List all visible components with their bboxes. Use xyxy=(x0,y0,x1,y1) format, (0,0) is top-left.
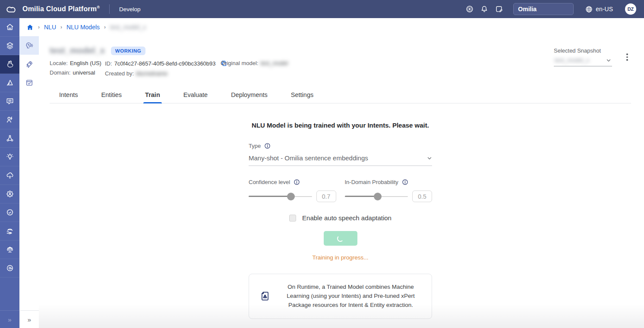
sidebar-item-ideas[interactable] xyxy=(0,148,19,166)
confidence-field: Confidence level xyxy=(249,179,336,202)
tenant-select[interactable]: Omilia xyxy=(513,3,574,15)
sidebar-item-support[interactable] xyxy=(0,259,19,278)
status-badge: WORKING xyxy=(111,47,145,55)
original-model-label: Original model: xyxy=(221,60,258,66)
cloud-sync-icon xyxy=(6,171,14,180)
in-domain-slider[interactable] xyxy=(345,193,408,200)
breadcrumb-link-nlu-models[interactable]: NLU Models xyxy=(66,24,100,31)
sidebar-item-services[interactable] xyxy=(0,222,19,241)
subnav-item-deploy[interactable] xyxy=(19,55,39,73)
sidebar-collapse-button[interactable]: » xyxy=(0,310,19,328)
subnav-item-nlu-models[interactable] xyxy=(19,36,39,55)
target-icon xyxy=(6,264,14,272)
breadcrumb: › NLU › NLU Models › test_model_x xyxy=(19,18,644,36)
top-navbar: Omilia Cloud Platform® Develop Omilia xyxy=(0,0,644,18)
main-content: test_model_x WORKING Locale:English (US)… xyxy=(39,36,644,328)
feedback-button[interactable] xyxy=(492,2,506,16)
breadcrumb-link-nlu[interactable]: NLU xyxy=(44,24,56,31)
nav-divider xyxy=(109,4,110,14)
scales-icon xyxy=(6,245,14,254)
confidence-value-input[interactable] xyxy=(316,191,336,202)
brand-title: Omilia Cloud Platform® xyxy=(22,5,100,13)
tab-settings[interactable]: Settings xyxy=(286,88,319,103)
primary-sidebar: » xyxy=(0,18,19,328)
confidence-slider[interactable] xyxy=(249,193,312,200)
snapshot-field: Selected Snapshot test_model_x xyxy=(554,47,612,77)
cloud-logo-icon xyxy=(5,4,18,14)
auto-speech-label: Enable auto speech adaptation xyxy=(302,214,391,222)
avatar-initials: DZ xyxy=(628,6,634,12)
agent-flash-icon xyxy=(6,116,14,124)
breadcrumb-current: test_model_x xyxy=(110,24,146,31)
slider-thumb[interactable] xyxy=(374,193,382,200)
nlu-model-icon xyxy=(25,41,34,50)
auto-speech-checkbox[interactable] xyxy=(289,215,296,222)
sidebar-item-annotate[interactable] xyxy=(0,74,19,92)
layers-icon xyxy=(6,41,14,50)
sidebar-item-dialogs[interactable] xyxy=(0,92,19,111)
chevron-down-icon xyxy=(606,58,611,63)
train-button[interactable] xyxy=(324,231,357,246)
tab-evaluate[interactable]: Evaluate xyxy=(178,88,213,103)
sidebar-item-certified[interactable] xyxy=(0,203,19,222)
secondary-sidebar: » xyxy=(19,36,39,328)
sidebar-item-cloud-services[interactable] xyxy=(0,166,19,185)
notifications-button[interactable] xyxy=(477,2,492,16)
sidebar-item-home[interactable] xyxy=(0,18,19,37)
info-icon[interactable] xyxy=(294,179,300,185)
locale-label: en-US xyxy=(596,6,613,12)
tenant-select-value: Omilia xyxy=(518,6,537,12)
type-select-value: Many-shot - Omilia sentence embeddings xyxy=(249,154,368,162)
snapshot-select[interactable]: test_model_x xyxy=(554,54,612,66)
type-field: Type Many-shot - Omilia sentence embeddi… xyxy=(249,143,432,166)
slider-thumb[interactable] xyxy=(287,193,295,200)
snapshot-value: test_model_x xyxy=(555,57,589,63)
subnav-item-tasks[interactable] xyxy=(19,73,39,92)
tab-entities[interactable]: Entities xyxy=(96,88,127,103)
rocket-icon xyxy=(25,60,34,69)
train-panel: NLU Model is being trained with your Int… xyxy=(249,103,432,319)
in-domain-label: In-Domain Probability xyxy=(345,179,398,185)
spinner-icon xyxy=(337,235,344,242)
in-domain-value-input[interactable] xyxy=(412,191,432,202)
more-actions-button[interactable] xyxy=(623,47,631,77)
breadcrumb-separator: › xyxy=(38,24,40,30)
tab-deployments[interactable]: Deployments xyxy=(226,88,273,103)
info-icon[interactable] xyxy=(402,179,408,185)
breadcrumb-home[interactable] xyxy=(26,24,34,31)
nlu-icon xyxy=(6,60,14,69)
feedback-icon xyxy=(495,5,503,13)
sidebar-item-layers[interactable] xyxy=(0,37,19,55)
locale-label: Locale: xyxy=(50,60,68,66)
home-icon xyxy=(26,24,34,31)
idea-icon xyxy=(6,153,14,161)
created-by-label: Created by: xyxy=(105,70,134,77)
collapse-icon: » xyxy=(8,316,11,323)
locale-selector[interactable]: en-US xyxy=(585,5,613,13)
gear-user-icon xyxy=(6,190,14,198)
type-select[interactable]: Many-shot - Omilia sentence embeddings xyxy=(249,154,432,166)
training-message: NLU Model is being trained with your Int… xyxy=(249,122,432,129)
info-icon[interactable] xyxy=(264,143,271,149)
avatar[interactable]: DZ xyxy=(625,3,636,15)
tab-intents[interactable]: Intents xyxy=(54,88,83,103)
home-icon xyxy=(6,23,14,31)
dialog-icon xyxy=(6,97,14,106)
breadcrumb-separator: › xyxy=(60,24,62,30)
model-header: test_model_x WORKING Locale:English (US)… xyxy=(50,46,288,77)
badge-check-icon xyxy=(6,208,14,217)
locale-value: English (US) xyxy=(70,60,101,66)
helm-button[interactable] xyxy=(462,2,477,16)
sidebar-item-nlu[interactable] xyxy=(0,55,19,74)
in-domain-field: In-Domain Probability xyxy=(345,179,432,202)
subnav-collapse-button[interactable]: » xyxy=(19,310,39,328)
tab-train[interactable]: Train xyxy=(140,88,165,103)
sidebar-item-compliance[interactable] xyxy=(0,241,19,259)
sidebar-item-network[interactable] xyxy=(0,129,19,148)
sidebar-item-admin-users[interactable] xyxy=(0,185,19,203)
sidebar-item-agents[interactable] xyxy=(0,111,19,129)
id-label: ID: xyxy=(105,60,112,67)
type-label: Type xyxy=(249,143,261,149)
tasks-icon xyxy=(25,78,34,87)
nav-section-develop[interactable]: Develop xyxy=(119,6,141,12)
